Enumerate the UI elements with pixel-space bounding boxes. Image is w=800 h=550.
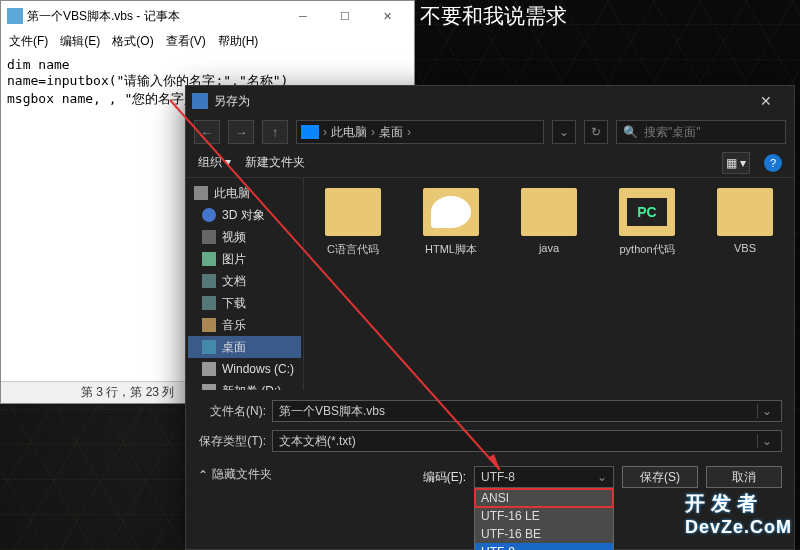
tree-this-pc[interactable]: 此电脑	[188, 182, 301, 204]
tree-drive-d[interactable]: 新加卷 (D:)	[188, 380, 301, 390]
filename-dropdown-icon[interactable]: ⌄	[757, 404, 775, 418]
menu-edit[interactable]: 编辑(E)	[56, 31, 104, 53]
notepad-title: 第一个VBS脚本.vbs - 记事本	[27, 8, 180, 25]
address-dropdown[interactable]: ⌄	[552, 120, 576, 144]
menu-format[interactable]: 格式(O)	[108, 31, 157, 53]
menu-file[interactable]: 文件(F)	[5, 31, 52, 53]
watermark-en: DevZe.CoM	[685, 517, 792, 538]
tree-downloads[interactable]: 下载	[188, 292, 301, 314]
search-placeholder: 搜索"桌面"	[644, 124, 701, 141]
search-icon: 🔍	[623, 125, 638, 139]
filetype-dropdown-icon[interactable]: ⌄	[757, 434, 775, 448]
encoding-option-utf16le[interactable]: UTF-16 LE	[475, 507, 613, 525]
forward-button[interactable]: →	[228, 120, 254, 144]
watermark-cn: 开发者	[685, 490, 792, 517]
folder-java[interactable]: java	[510, 188, 588, 254]
maximize-button[interactable]: ☐	[324, 3, 366, 29]
tree-music[interactable]: 音乐	[188, 314, 301, 336]
dialog-close-button[interactable]: ✕	[744, 88, 788, 114]
folder-python[interactable]: python代码	[608, 188, 686, 257]
cancel-button[interactable]: 取消	[706, 466, 782, 488]
hide-folders-toggle[interactable]: ⌃隐藏文件夹	[198, 466, 272, 483]
new-folder-button[interactable]: 新建文件夹	[245, 154, 305, 171]
encoding-select[interactable]: UTF-8⌄	[474, 466, 614, 488]
save-as-dialog: 另存为 ✕ ← → ↑ › 此电脑 › 桌面 › ⌄ ↻ 🔍 搜索"桌面" 组织…	[185, 85, 795, 550]
filename-label: 文件名(N):	[198, 403, 272, 420]
filename-input[interactable]: 第一个VBS脚本.vbs⌄	[272, 400, 782, 422]
dialog-titlebar[interactable]: 另存为 ✕	[186, 86, 794, 116]
address-bar[interactable]: › 此电脑 › 桌面 ›	[296, 120, 544, 144]
tree-drive-c[interactable]: Windows (C:)	[188, 358, 301, 380]
search-input[interactable]: 🔍 搜索"桌面"	[616, 120, 786, 144]
notepad-titlebar[interactable]: 第一个VBS脚本.vbs - 记事本 ─ ☐ ✕	[1, 1, 414, 31]
notepad-icon	[7, 8, 23, 24]
tree-videos[interactable]: 视频	[188, 226, 301, 248]
file-pane[interactable]: C语言代码 HTML脚本 java python代码 VBS	[304, 178, 794, 390]
filetype-select[interactable]: 文本文档(*.txt)⌄	[272, 430, 782, 452]
encoding-option-utf8[interactable]: UTF-8	[475, 543, 613, 550]
encoding-option-utf16be[interactable]: UTF-16 BE	[475, 525, 613, 543]
menu-help[interactable]: 帮助(H)	[214, 31, 263, 53]
folder-icon	[301, 125, 319, 139]
folder-c-code[interactable]: C语言代码	[314, 188, 392, 257]
encoding-dropdown: ANSI UTF-16 LE UTF-16 BE UTF-8 带有 BOM 的 …	[474, 488, 614, 550]
tree-pictures[interactable]: 图片	[188, 248, 301, 270]
close-button[interactable]: ✕	[366, 3, 408, 29]
watermark: 开发者 DevZe.CoM	[685, 490, 792, 538]
breadcrumb-pc[interactable]: 此电脑	[331, 124, 367, 141]
filetype-label: 保存类型(T):	[198, 433, 272, 450]
minimize-button[interactable]: ─	[282, 3, 324, 29]
dialog-title: 另存为	[214, 93, 250, 110]
up-button[interactable]: ↑	[262, 120, 288, 144]
nav-toolbar: ← → ↑ › 此电脑 › 桌面 › ⌄ ↻ 🔍 搜索"桌面"	[186, 116, 794, 148]
back-button[interactable]: ←	[194, 120, 220, 144]
chevron-icon: ⌃	[198, 468, 208, 482]
encoding-label: 编码(E):	[423, 466, 466, 486]
banner-text: 不要和我说需求	[420, 2, 567, 30]
encoding-option-ansi[interactable]: ANSI	[475, 489, 613, 507]
tree-documents[interactable]: 文档	[188, 270, 301, 292]
menu-view[interactable]: 查看(V)	[162, 31, 210, 53]
dialog-toolbar: 组织 ▾ 新建文件夹 ▦ ▾ ?	[186, 148, 794, 178]
save-button[interactable]: 保存(S)	[622, 466, 698, 488]
notepad-menubar: 文件(F) 编辑(E) 格式(O) 查看(V) 帮助(H)	[1, 31, 414, 53]
tree-desktop[interactable]: 桌面	[188, 336, 301, 358]
folder-html[interactable]: HTML脚本	[412, 188, 490, 257]
encoding-dropdown-icon[interactable]: ⌄	[597, 470, 607, 484]
save-icon	[192, 93, 208, 109]
view-options-button[interactable]: ▦ ▾	[722, 152, 750, 174]
refresh-button[interactable]: ↻	[584, 120, 608, 144]
nav-tree: 此电脑 3D 对象 视频 图片 文档 下载 音乐 桌面 Windows (C:)…	[186, 178, 304, 390]
breadcrumb-desktop[interactable]: 桌面	[379, 124, 403, 141]
help-button[interactable]: ?	[764, 154, 782, 172]
tree-3d-objects[interactable]: 3D 对象	[188, 204, 301, 226]
folder-vbs[interactable]: VBS	[706, 188, 784, 254]
organize-button[interactable]: 组织 ▾	[198, 154, 231, 171]
